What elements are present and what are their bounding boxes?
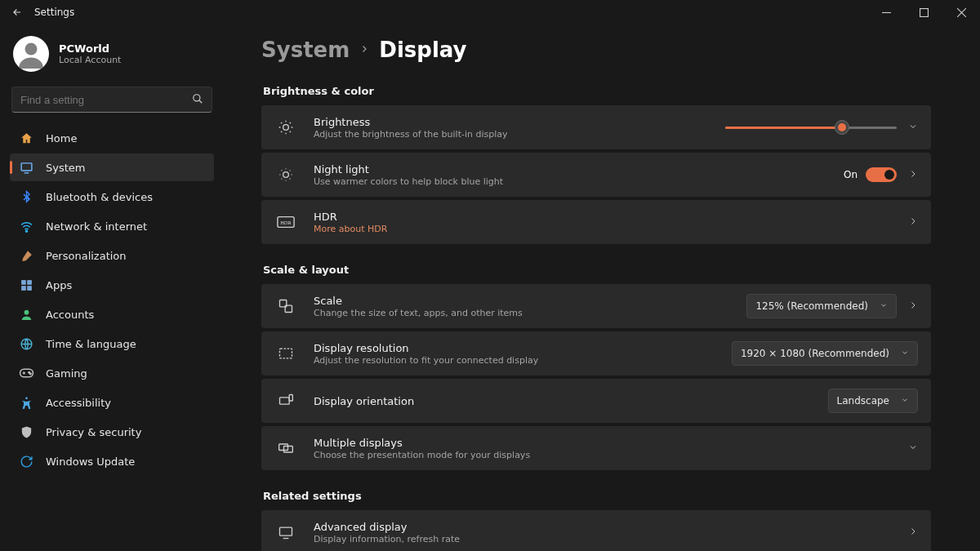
sidebar-item-label: System xyxy=(46,162,85,174)
brightness-sub: Adjust the brightness of the built-in di… xyxy=(314,129,709,140)
advanced-sub: Display information, refresh rate xyxy=(314,534,892,544)
orientation-value: Landscape xyxy=(837,395,889,407)
sidebar-item-privacy-security[interactable]: Privacy & security xyxy=(10,418,214,446)
user-block[interactable]: PCWorld Local Account xyxy=(10,31,214,83)
orientation-title: Display orientation xyxy=(314,395,812,407)
apps-icon xyxy=(18,278,34,292)
sidebar-item-label: Personalization xyxy=(46,250,127,262)
orientation-dropdown[interactable]: Landscape xyxy=(828,389,918,413)
sidebar-item-label: Apps xyxy=(46,279,72,291)
sidebar-item-accounts[interactable]: Accounts xyxy=(10,300,214,328)
search-box[interactable] xyxy=(11,87,212,113)
chevron-down-icon[interactable] xyxy=(908,122,918,134)
chevron-down-icon xyxy=(901,396,909,406)
orientation-icon xyxy=(274,393,297,409)
sidebar-item-gaming[interactable]: Gaming xyxy=(10,359,214,387)
resolution-sub: Adjust the resolution to fit your connec… xyxy=(314,355,715,366)
sidebar-item-system[interactable]: System xyxy=(10,153,214,181)
globe-icon xyxy=(18,337,34,351)
sidebar-item-time-language[interactable]: Time & language xyxy=(10,330,214,358)
sidebar-item-network-internet[interactable]: Network & internet xyxy=(10,212,214,240)
section-scale-title: Scale & layout xyxy=(263,264,931,276)
titlebar: Settings xyxy=(0,0,980,24)
user-name: PCWorld xyxy=(59,42,121,55)
sidebar: PCWorld Local Account HomeSystemBluetoot… xyxy=(0,24,229,551)
sidebar-item-label: Privacy & security xyxy=(46,426,141,438)
sidebar-item-label: Windows Update xyxy=(46,455,135,468)
main-pane: System Display Brightness & color Bright… xyxy=(229,24,980,551)
monitor-icon xyxy=(274,524,297,540)
breadcrumb-parent[interactable]: System xyxy=(261,38,350,62)
svg-point-16 xyxy=(283,172,289,178)
scale-icon xyxy=(274,298,297,314)
search-input[interactable] xyxy=(20,94,192,106)
resolution-dropdown[interactable]: 1920 × 1080 (Recommended) xyxy=(732,341,918,366)
breadcrumb: System Display xyxy=(261,38,931,62)
sidebar-item-personalization[interactable]: Personalization xyxy=(10,242,214,269)
user-sub: Local Account xyxy=(59,55,121,65)
sidebar-item-apps[interactable]: Apps xyxy=(10,271,214,299)
resolution-value: 1920 × 1080 (Recommended) xyxy=(741,348,889,359)
hdr-link[interactable]: More about HDR xyxy=(314,224,892,234)
chevron-right-icon xyxy=(359,43,369,56)
nightlight-sub: Use warmer colors to help block blue lig… xyxy=(314,176,827,187)
sidebar-item-home[interactable]: Home xyxy=(10,124,214,152)
hdr-title: HDR xyxy=(314,211,892,223)
scale-value: 125% (Recommended) xyxy=(755,300,868,312)
scale-row[interactable]: Scale Change the size of text, apps, and… xyxy=(261,284,931,328)
chevron-right-icon[interactable] xyxy=(908,216,918,229)
resolution-title: Display resolution xyxy=(314,342,715,354)
resolution-row[interactable]: Display resolution Adjust the resolution… xyxy=(261,331,931,375)
update-icon xyxy=(18,455,34,469)
svg-rect-23 xyxy=(289,395,292,402)
gamepad-icon xyxy=(18,367,34,379)
chevron-right-icon[interactable] xyxy=(908,527,918,539)
shield-icon xyxy=(18,425,34,439)
chevron-down-icon xyxy=(880,301,888,311)
orientation-row[interactable]: Display orientation Landscape xyxy=(261,379,931,423)
multiple-sub: Choose the presentation mode for your di… xyxy=(314,450,892,460)
advanced-display-row[interactable]: Advanced display Display information, re… xyxy=(261,510,931,551)
sidebar-item-label: Gaming xyxy=(46,367,87,380)
multiple-displays-icon xyxy=(274,440,297,456)
svg-point-15 xyxy=(283,125,289,131)
svg-rect-5 xyxy=(21,280,26,285)
avatar xyxy=(13,36,49,72)
scale-title: Scale xyxy=(314,295,730,307)
back-button[interactable] xyxy=(5,7,29,18)
chevron-right-icon[interactable] xyxy=(908,169,918,181)
chevron-down-icon[interactable] xyxy=(908,442,918,455)
sidebar-item-bluetooth-devices[interactable]: Bluetooth & devices xyxy=(10,183,214,211)
svg-point-1 xyxy=(25,43,38,56)
system-icon xyxy=(18,161,34,175)
minimize-button[interactable] xyxy=(867,0,905,24)
multiple-displays-row[interactable]: Multiple displays Choose the presentatio… xyxy=(261,426,931,470)
sidebar-item-windows-update[interactable]: Windows Update xyxy=(10,447,214,475)
section-related-title: Related settings xyxy=(263,490,931,502)
sidebar-item-label: Accessibility xyxy=(46,397,111,409)
scale-dropdown[interactable]: 125% (Recommended) xyxy=(746,294,897,318)
svg-rect-8 xyxy=(27,286,32,291)
resolution-icon xyxy=(274,345,297,362)
svg-point-4 xyxy=(25,230,27,232)
brightness-row[interactable]: Brightness Adjust the brightness of the … xyxy=(261,105,931,149)
brightness-title: Brightness xyxy=(314,116,709,128)
bluetooth-icon xyxy=(18,190,34,204)
night-light-icon xyxy=(274,167,297,183)
svg-rect-7 xyxy=(21,286,26,291)
nightlight-toggle[interactable] xyxy=(866,167,897,182)
sidebar-item-accessibility[interactable]: Accessibility xyxy=(10,389,214,416)
close-button[interactable] xyxy=(942,0,980,24)
hdr-row[interactable]: HDR HDR More about HDR xyxy=(261,200,931,244)
chevron-right-icon[interactable] xyxy=(908,300,918,313)
sidebar-item-label: Time & language xyxy=(46,338,136,350)
svg-point-14 xyxy=(25,397,28,399)
search-icon xyxy=(192,93,203,107)
svg-point-13 xyxy=(29,373,31,375)
brightness-slider[interactable] xyxy=(725,122,897,133)
nightlight-row[interactable]: Night light Use warmer colors to help bl… xyxy=(261,153,931,197)
home-icon xyxy=(18,131,34,145)
scale-sub: Change the size of text, apps, and other… xyxy=(314,308,730,318)
maximize-button[interactable] xyxy=(905,0,942,24)
svg-text:HDR: HDR xyxy=(280,220,292,225)
